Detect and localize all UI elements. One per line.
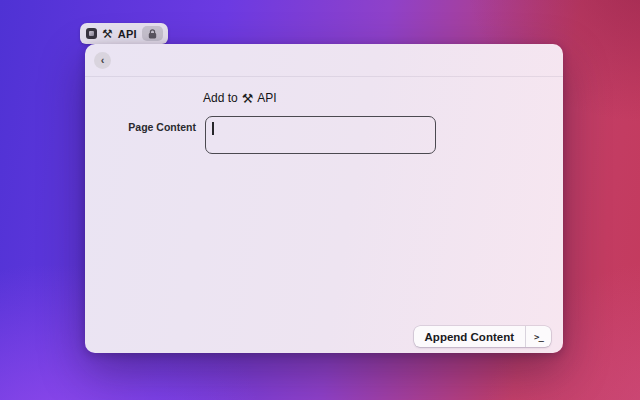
dialog-title-prefix: Add to (203, 91, 238, 105)
shortcut-tab-label: API (118, 28, 137, 40)
page-content-input[interactable] (205, 116, 436, 154)
hammer-wrench-icon: ⚒ (242, 92, 254, 105)
hammer-wrench-icon: ⚒ (102, 28, 113, 40)
text-cursor (212, 122, 214, 135)
dialog-title-suffix: API (257, 91, 276, 105)
page-content-label: Page Content (113, 121, 196, 133)
window-header: ‹ (85, 44, 563, 77)
desktop-background: ⚒ API ‹ Add to ⚒ API Page Content Append (0, 0, 640, 400)
dialog-title: Add to ⚒ API (203, 91, 277, 105)
return-key-icon: >_ (526, 326, 551, 347)
back-chevron-icon: ‹ (101, 55, 105, 66)
shortcut-tab[interactable]: ⚒ API (80, 23, 168, 44)
back-button[interactable]: ‹ (94, 52, 111, 69)
append-content-label: Append Content (414, 326, 525, 347)
dialog-window: ‹ Add to ⚒ API Page Content Append Conte… (85, 44, 563, 353)
app-icon (86, 28, 97, 39)
lock-icon (148, 29, 157, 39)
append-content-button[interactable]: Append Content >_ (414, 326, 551, 347)
lock-button[interactable] (142, 26, 163, 41)
